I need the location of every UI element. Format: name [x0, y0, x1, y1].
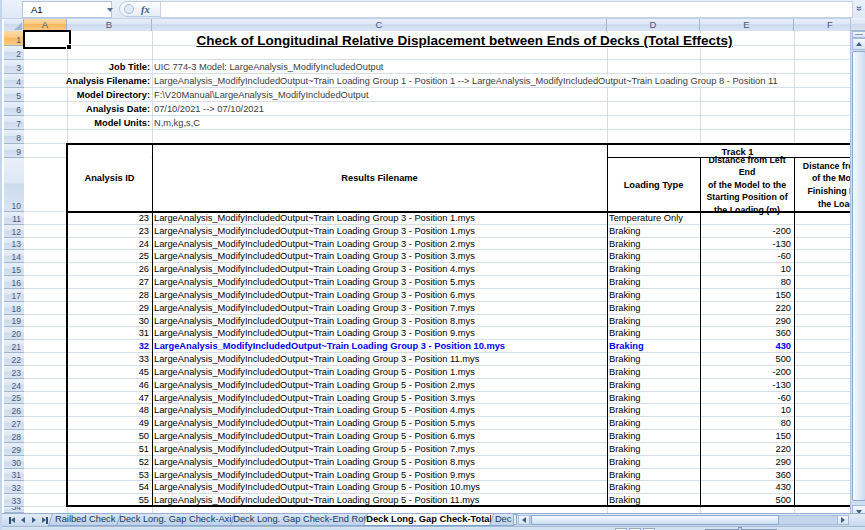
cell-results-filename[interactable]: LargeAnalysis_ModifyIncludedOutput~Train… [154, 302, 605, 315]
row-header-24[interactable]: 24 [4, 379, 24, 392]
cell-loading-type[interactable]: Braking [609, 404, 698, 417]
cell-analysis-id[interactable]: 24 [67, 238, 152, 251]
cell-results-filename[interactable]: LargeAnalysis_ModifyIncludedOutput~Train… [154, 225, 605, 238]
cell-start-distance[interactable]: -60 [700, 392, 794, 405]
row-header-14[interactable]: 14 [4, 250, 24, 263]
cell-results-filename[interactable]: LargeAnalysis_ModifyIncludedOutput~Train… [154, 238, 605, 251]
table-header-loading-type[interactable]: Loading Type [608, 159, 699, 211]
row-header-21[interactable]: 21 [4, 340, 24, 353]
row-header-11[interactable]: 11 [4, 212, 24, 225]
sheet-tab-2[interactable]: Deck Long. Gap Check-Axial [116, 514, 236, 526]
cell-start-distance[interactable]: 220 [700, 302, 794, 315]
cell-results-filename[interactable]: LargeAnalysis_ModifyIncludedOutput~Train… [154, 327, 605, 340]
row-header-29[interactable]: 29 [4, 443, 24, 456]
cell-analysis-id[interactable]: 26 [67, 263, 152, 276]
cell-results-filename[interactable]: LargeAnalysis_ModifyIncludedOutput~Train… [154, 404, 605, 417]
expand-formula-bar-button[interactable]: « [851, 0, 865, 17]
cell-results-filename[interactable]: LargeAnalysis_ModifyIncludedOutput~Train… [154, 250, 605, 263]
cell-analysis-id[interactable]: 30 [67, 315, 152, 328]
cell-start-distance[interactable]: 290 [700, 456, 794, 469]
cell-start-distance[interactable]: 360 [700, 469, 794, 482]
cell-results-filename[interactable]: LargeAnalysis_ModifyIncludedOutput~Train… [154, 289, 605, 302]
cell-start-distance[interactable]: 150 [700, 289, 794, 302]
row-header-9[interactable]: 9 [4, 144, 24, 158]
column-header-e[interactable]: E [700, 18, 794, 31]
next-sheet-button[interactable] [29, 515, 39, 525]
cell-start-distance[interactable]: -200 [700, 225, 794, 238]
cell-analysis-id[interactable]: 50 [67, 430, 152, 443]
sheet-tab-4[interactable]: Deck Long. Gap Check-Total [363, 514, 494, 526]
previous-sheet-button[interactable] [18, 515, 28, 525]
cell-analysis-id[interactable]: 28 [67, 289, 152, 302]
cell-loading-type[interactable]: Braking [609, 392, 698, 405]
cell-loading-type[interactable]: Braking [609, 353, 698, 366]
cell-analysis-id[interactable]: 49 [67, 417, 152, 430]
cell-start-distance[interactable]: 80 [700, 276, 794, 289]
cell-analysis-id[interactable]: 29 [67, 302, 152, 315]
row-header-3[interactable]: 3 [4, 60, 24, 74]
row-header-33[interactable]: 33 [4, 494, 24, 507]
cell-loading-type[interactable]: Braking [609, 302, 698, 315]
meta-value[interactable]: F:\V20Manual\LargeAnalysis_ModifyInclude… [154, 88, 368, 102]
meta-value[interactable]: 07/10/2021 --> 07/10/2021 [154, 102, 264, 116]
row-header-18[interactable]: 18 [4, 302, 24, 315]
sheet-title[interactable]: Check of Longitudinal Relative Displacem… [67, 31, 862, 46]
cell-start-distance[interactable] [700, 212, 794, 225]
cell-results-filename[interactable]: LargeAnalysis_ModifyIncludedOutput~Train… [154, 212, 605, 225]
cell-results-filename[interactable]: LargeAnalysis_ModifyIncludedOutput~Train… [154, 315, 605, 328]
meta-value[interactable]: UIC 774-3 Model: LargeAnalysis_ModifyInc… [154, 60, 383, 74]
meta-value[interactable]: N,m,kg,s,C [154, 116, 200, 130]
cell-start-distance[interactable]: -60 [700, 250, 794, 263]
cell-start-distance[interactable]: 220 [700, 443, 794, 456]
cell-loading-type[interactable]: Braking [609, 379, 698, 392]
cell-results-filename[interactable]: LargeAnalysis_ModifyIncludedOutput~Train… [154, 353, 605, 366]
row-header-2[interactable]: 2 [4, 46, 24, 60]
cell-loading-type[interactable]: Temperature Only [609, 212, 698, 225]
cell-start-distance[interactable]: 430 [700, 481, 794, 494]
cell-start-distance[interactable]: 10 [700, 404, 794, 417]
row-header-8[interactable]: 8 [4, 130, 24, 144]
cell-results-filename[interactable]: LargeAnalysis_ModifyIncludedOutput~Train… [154, 417, 605, 430]
row-header-26[interactable]: 26 [4, 404, 24, 417]
selected-cell-a1[interactable] [23, 30, 71, 49]
cell-results-filename[interactable]: LargeAnalysis_ModifyIncludedOutput~Train… [154, 276, 605, 289]
cell-analysis-id[interactable]: 46 [67, 379, 152, 392]
cell-loading-type[interactable]: Braking [609, 366, 698, 379]
row-header-15[interactable]: 15 [4, 263, 24, 276]
row-header-32[interactable]: 32 [4, 481, 24, 494]
row-header-19[interactable]: 19 [4, 315, 24, 328]
column-header-c[interactable]: C [152, 18, 607, 31]
sheet-tab-1[interactable]: Railbed Check [48, 514, 122, 526]
cell-start-distance[interactable]: 500 [700, 353, 794, 366]
meta-label[interactable]: Job Title: [24, 60, 150, 74]
cell-analysis-id[interactable]: 23 [67, 212, 152, 225]
name-box-dropdown[interactable] [103, 1, 116, 18]
cell-results-filename[interactable]: LargeAnalysis_ModifyIncludedOutput~Train… [154, 430, 605, 443]
cell-start-distance[interactable]: -130 [700, 238, 794, 251]
row-header-12[interactable]: 12 [4, 225, 24, 238]
row-header-7[interactable]: 7 [4, 116, 24, 130]
cell-analysis-id[interactable]: 27 [67, 276, 152, 289]
cell-analysis-id[interactable]: 45 [67, 366, 152, 379]
cell-results-filename[interactable]: LargeAnalysis_ModifyIncludedOutput~Train… [154, 392, 605, 405]
row-header-1[interactable]: 1 [4, 31, 24, 46]
row-header-30[interactable]: 30 [4, 456, 24, 469]
cell-loading-type[interactable]: Braking [609, 430, 698, 443]
cell-loading-type[interactable]: Braking [609, 469, 698, 482]
cell-loading-type[interactable]: Braking [609, 481, 698, 494]
cell-analysis-id[interactable]: 32 [67, 340, 152, 353]
formula-input[interactable] [160, 1, 853, 18]
tab-scroll-splitter[interactable] [513, 514, 517, 525]
cell-start-distance[interactable]: -130 [700, 379, 794, 392]
row-header-10[interactable]: 10 [4, 158, 24, 212]
insert-function-button[interactable]: fx [119, 1, 161, 17]
cell-loading-type[interactable]: Braking [609, 238, 698, 251]
first-sheet-button[interactable] [7, 515, 17, 525]
name-box[interactable]: A1 [22, 1, 112, 18]
cell-analysis-id[interactable]: 48 [67, 404, 152, 417]
cell-results-filename[interactable]: LargeAnalysis_ModifyIncludedOutput~Train… [154, 379, 605, 392]
select-all-corner[interactable] [4, 18, 24, 31]
table-header-start-distance[interactable]: Distance from Left End of the Model to t… [701, 159, 793, 211]
scroll-left-button[interactable] [518, 515, 530, 525]
cell-analysis-id[interactable]: 52 [67, 456, 152, 469]
